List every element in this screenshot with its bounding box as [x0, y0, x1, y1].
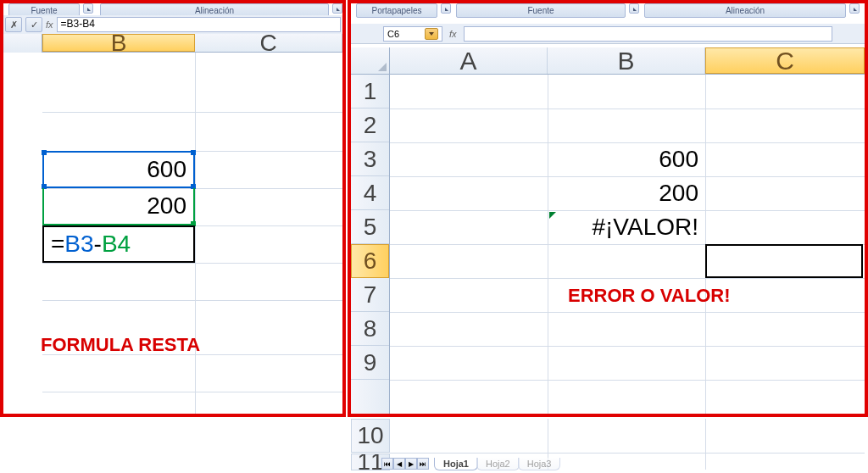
- x-icon: ✗: [10, 19, 18, 31]
- tab-nav-first[interactable]: ⏮: [381, 458, 393, 470]
- active-cell-c6[interactable]: [705, 244, 863, 278]
- error-indicator-icon: [549, 212, 556, 219]
- formula-bar-right: C6 fx: [351, 24, 865, 44]
- confirm-formula-button[interactable]: ✓: [25, 17, 42, 32]
- column-headers-left: B C: [3, 34, 342, 53]
- cancel-formula-button[interactable]: ✗: [5, 17, 22, 32]
- row-header-2[interactable]: 2: [351, 109, 389, 142]
- select-all-corner-right[interactable]: [351, 47, 390, 74]
- check-icon: ✓: [31, 19, 38, 31]
- fx-icon-right[interactable]: fx: [449, 29, 457, 39]
- ribbon-launcher-alineacion-left[interactable]: [332, 3, 342, 14]
- row-header-8[interactable]: 8: [351, 312, 389, 346]
- ribbon-launcher-portapapeles[interactable]: [441, 3, 451, 14]
- sheet-tabs: ⏮ ◀ ▶ ⏭ Hoja1 Hoja2 Hoja3: [381, 458, 559, 470]
- column-header-b-left[interactable]: B: [42, 34, 195, 52]
- cell-b5-right[interactable]: #¡VALOR!: [548, 210, 705, 244]
- tab-nav-next[interactable]: ▶: [405, 458, 417, 470]
- b5-minus: -: [94, 231, 102, 258]
- formula-input-right[interactable]: [464, 26, 832, 42]
- b5-ref2: B4: [102, 231, 131, 258]
- row-header-5[interactable]: 5: [351, 210, 389, 244]
- ribbon-group-fuente-right: Fuente: [456, 3, 626, 18]
- formula-bar-left: ✗ ✓ fx =B3-B4: [3, 15, 342, 35]
- row-header-6[interactable]: 6: [351, 244, 389, 278]
- column-header-c-left[interactable]: C: [195, 34, 342, 52]
- sheet-tab-hoja2[interactable]: Hoja2: [476, 458, 520, 470]
- cell-b4-left[interactable]: 200: [42, 188, 195, 225]
- cell-b5-left[interactable]: =B3-B4: [42, 225, 195, 263]
- formula-input-left[interactable]: =B3-B4: [57, 17, 341, 32]
- namebox-value: C6: [387, 29, 399, 39]
- row-header-3[interactable]: 3: [351, 142, 389, 176]
- ribbon-launcher-alineacion-right[interactable]: [849, 3, 860, 14]
- row-header-9[interactable]: 9: [351, 346, 389, 380]
- column-header-c-right[interactable]: C: [705, 47, 865, 74]
- cell-b4-value-right: 200: [659, 180, 698, 207]
- b5-equals: =: [51, 231, 64, 258]
- select-all-corner-left[interactable]: [3, 34, 42, 53]
- overlay-formula-resta: FORMULA RESTA: [41, 334, 200, 356]
- sheet-tab-hoja1[interactable]: Hoja1: [434, 458, 478, 470]
- column-headers-right: A B C: [351, 47, 865, 75]
- tab-nav-buttons: ⏮ ◀ ▶ ⏭: [381, 458, 429, 470]
- cell-b3-value: 600: [147, 156, 186, 183]
- cell-b3-left[interactable]: 600: [42, 151, 195, 188]
- row-headers-right: 1 2 3 4 5 6 7 8 9: [351, 75, 390, 414]
- tab-nav-prev[interactable]: ◀: [393, 458, 405, 470]
- cell-b5-value-right: #¡VALOR!: [592, 214, 698, 241]
- row-header-1[interactable]: 1: [351, 75, 389, 109]
- cell-b3-right[interactable]: 600: [548, 142, 705, 176]
- tab-nav-last[interactable]: ⏭: [417, 458, 429, 470]
- row-header-10[interactable]: 10: [351, 419, 390, 453]
- right-screenshot-panel: Portapapeles Fuente Alineación C6 fx A B…: [348, 0, 868, 417]
- cell-b4-value: 200: [147, 192, 186, 220]
- row-header-4[interactable]: 4: [351, 176, 389, 210]
- namebox-dropdown-icon[interactable]: [425, 28, 438, 40]
- sheet-tab-hoja3[interactable]: Hoja3: [518, 458, 561, 470]
- ribbon-launcher-fuente-left[interactable]: [83, 3, 93, 14]
- ribbon-launcher-fuente-right[interactable]: [629, 3, 639, 14]
- column-header-a-right[interactable]: A: [390, 47, 548, 74]
- ribbon-group-portapapeles: Portapapeles: [356, 3, 437, 18]
- name-box-right[interactable]: C6: [383, 26, 442, 42]
- overlay-error-valor: ERROR O VALOR!: [568, 285, 730, 307]
- ribbon-group-alineacion-right: Alineación: [644, 3, 846, 18]
- column-header-b-right[interactable]: B: [548, 47, 705, 74]
- cell-b4-right[interactable]: 200: [548, 176, 705, 210]
- fx-icon-left[interactable]: fx: [46, 19, 53, 30]
- row-header-7[interactable]: 7: [351, 278, 389, 312]
- left-screenshot-panel: Fuente Alineación ✗ ✓ fx =B3-B4 B C 600 …: [0, 0, 346, 417]
- b5-ref1: B3: [64, 231, 93, 258]
- cell-b3-value-right: 600: [659, 146, 698, 173]
